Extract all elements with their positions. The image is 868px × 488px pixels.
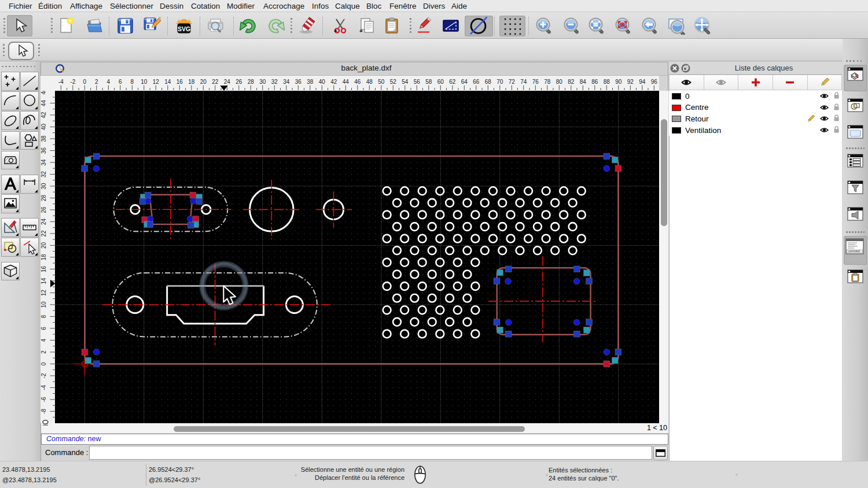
svg-text:62: 62 [449, 79, 456, 85]
svg-text:42: 42 [41, 112, 47, 119]
svg-text:40: 40 [319, 79, 326, 85]
svg-text:86: 86 [591, 79, 598, 85]
svg-text:56: 56 [414, 79, 421, 85]
svg-text:6: 6 [119, 79, 122, 85]
svg-text:48: 48 [366, 79, 373, 85]
svg-text:46: 46 [354, 79, 361, 85]
svg-text:90: 90 [615, 79, 622, 85]
svg-text:6: 6 [41, 327, 47, 330]
svg-text:-2: -2 [41, 373, 47, 378]
svg-text:92: 92 [627, 79, 634, 85]
svg-text:82: 82 [568, 79, 575, 85]
svg-text:+: + [359, 28, 363, 34]
svg-text:32: 32 [41, 171, 47, 178]
svg-text:88: 88 [604, 79, 610, 85]
svg-text:-4: -4 [58, 79, 64, 85]
svg-text:76: 76 [532, 79, 539, 85]
svg-text:24: 24 [41, 218, 47, 225]
svg-text:72: 72 [509, 79, 516, 85]
svg-text:16: 16 [41, 265, 47, 272]
svg-text:2: 2 [95, 79, 98, 85]
svg-text:74: 74 [520, 79, 527, 85]
svg-text:50: 50 [378, 79, 385, 85]
svg-text:66: 66 [473, 79, 480, 85]
svg-text:60: 60 [437, 79, 444, 85]
svg-text:28: 28 [248, 79, 255, 85]
svg-text:40: 40 [41, 123, 47, 130]
svg-text:94: 94 [639, 79, 646, 85]
svg-text:18: 18 [188, 79, 195, 85]
svg-text:96: 96 [651, 79, 658, 85]
svg-text:8: 8 [131, 79, 134, 85]
svg-text:36: 36 [41, 147, 47, 154]
svg-text:22: 22 [41, 230, 47, 237]
svg-text:-8: -8 [41, 409, 47, 414]
svg-text:10: 10 [41, 301, 47, 308]
svg-text:4: 4 [41, 338, 47, 342]
svg-text:-2: -2 [70, 79, 75, 85]
svg-text:26: 26 [236, 79, 242, 85]
svg-text:44: 44 [343, 79, 350, 85]
svg-text:42: 42 [330, 79, 337, 85]
svg-text:10: 10 [141, 79, 148, 85]
svg-text:36: 36 [295, 79, 302, 85]
svg-text:30: 30 [259, 79, 266, 85]
svg-text:8: 8 [41, 315, 47, 318]
svg-text:34: 34 [283, 79, 290, 85]
svg-text:28: 28 [41, 194, 47, 201]
svg-text:2: 2 [41, 350, 47, 354]
svg-text:4: 4 [107, 79, 111, 85]
svg-text:64: 64 [461, 79, 468, 85]
svg-text:52: 52 [390, 79, 397, 85]
svg-text:SVG: SVG [178, 25, 190, 32]
svg-text:command: command [848, 250, 860, 253]
svg-text:30: 30 [41, 183, 47, 190]
svg-text:68: 68 [485, 79, 492, 85]
svg-text:54: 54 [402, 79, 409, 85]
svg-text:0: 0 [41, 362, 47, 365]
svg-text:20: 20 [200, 79, 207, 85]
svg-text:0: 0 [83, 79, 87, 85]
svg-text:14: 14 [41, 278, 47, 284]
svg-text:84: 84 [580, 79, 587, 85]
svg-text:70: 70 [496, 79, 503, 85]
svg-text:78: 78 [544, 79, 551, 85]
svg-text:14: 14 [164, 79, 171, 85]
svg-text:12: 12 [41, 289, 47, 296]
svg-text:12: 12 [153, 79, 160, 85]
svg-text:80: 80 [556, 79, 563, 85]
svg-text:46: 46 [41, 91, 47, 94]
svg-text:34: 34 [41, 159, 47, 166]
svg-text:-4: -4 [41, 385, 47, 390]
svg-text:+: + [334, 28, 337, 34]
svg-text:38: 38 [307, 79, 314, 85]
svg-text:26: 26 [41, 206, 47, 213]
svg-text:58: 58 [425, 79, 432, 85]
svg-text:-6: -6 [41, 397, 47, 402]
svg-text:24: 24 [224, 79, 231, 85]
svg-text:38: 38 [41, 135, 47, 142]
svg-text:44: 44 [41, 99, 47, 106]
svg-text:20: 20 [41, 242, 47, 249]
svg-text:18: 18 [41, 254, 47, 261]
svg-text:32: 32 [271, 79, 278, 85]
svg-text:22: 22 [212, 79, 219, 85]
svg-text:16: 16 [176, 79, 183, 85]
